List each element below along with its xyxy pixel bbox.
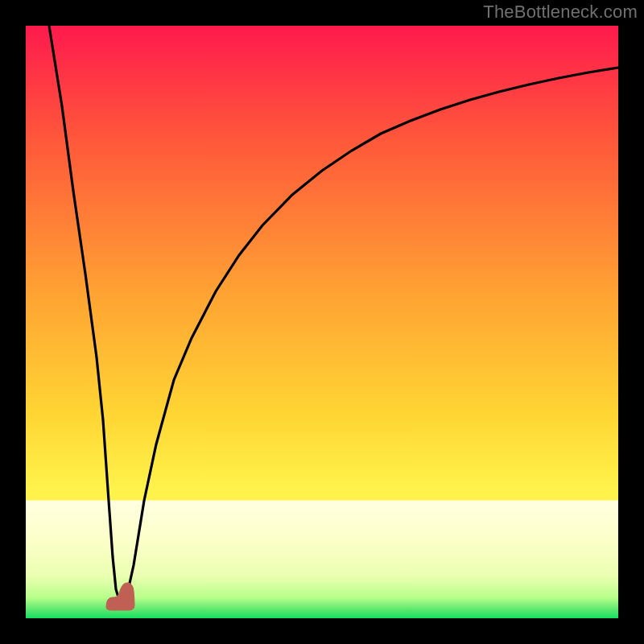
chart-frame: TheBottleneck.com (0, 0, 644, 644)
svg-rect-0 (26, 26, 618, 618)
watermark-text: TheBottleneck.com (483, 2, 638, 23)
plot-area (26, 26, 618, 618)
background-gradient (26, 26, 618, 618)
